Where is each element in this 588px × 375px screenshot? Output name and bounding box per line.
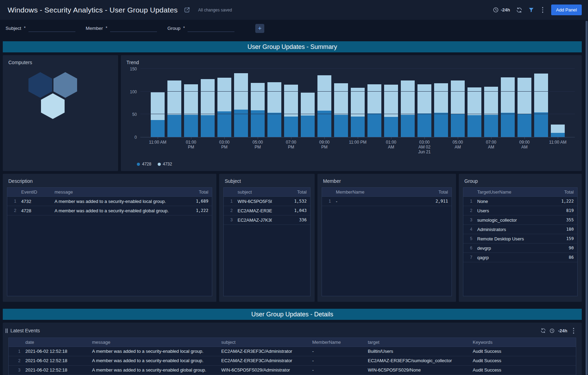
filter-group-input[interactable] [188,25,234,32]
table-row[interactable]: 1WIN-6C5PO5FS029/Administrator1,532 [224,197,310,206]
honeycomb-cell-1[interactable] [28,72,52,98]
column-header[interactable]: subject [234,189,272,195]
filter-subject-input[interactable] [28,25,75,32]
legend-item[interactable]: 4732 [158,162,172,167]
trend-bar[interactable] [184,84,198,137]
panel-clock-icon[interactable] [549,328,555,333]
time-range-button[interactable]: -24h [493,7,510,13]
column-header[interactable]: TargetUserName [474,189,539,195]
honeycomb-cell-2[interactable] [53,72,77,98]
table-row[interactable]: 24728A member was added to a security-en… [7,206,212,215]
trend-bar[interactable] [167,80,181,137]
table-row[interactable]: 12021-06-02 12:52:18A member was added t… [9,347,576,356]
table-row[interactable]: 2Users819 [463,206,577,215]
column-header[interactable]: Total [413,189,452,195]
trend-bar[interactable] [267,82,281,137]
table-row[interactable]: 32021-06-02 12:52:18A member was added t… [9,366,576,375]
cell: 1,043 [272,208,310,213]
trend-bar[interactable] [417,84,431,137]
table-row[interactable]: 3sumologic_collector355 [463,215,577,225]
cell: 336 [272,218,310,222]
trend-bar[interactable] [384,85,398,137]
cell: qagrp [474,255,539,260]
trend-bar[interactable] [467,87,481,137]
column-header[interactable]: message [51,189,174,195]
trend-bar[interactable] [217,78,231,137]
bar-segment-4728 [184,115,198,137]
cell: A member was added to a security-enabled… [89,367,218,373]
table-row[interactable]: 7qagrp86 [463,253,577,262]
filter-subject: Subject * [6,25,75,32]
trend-bar[interactable] [484,87,498,137]
table-header-row: subjectTotal [224,188,310,197]
x-tick-label: 03:00PM [219,140,230,150]
table-row[interactable]: 1-2,911 [322,197,452,206]
bar-segment-4728 [401,115,415,137]
cell: - [332,199,413,204]
trend-bar[interactable] [534,74,548,137]
bar-segment-4728 [284,117,298,137]
column-header[interactable]: target [364,340,469,345]
column-header[interactable]: date [22,340,89,345]
column-header[interactable]: EventID [18,189,51,195]
honeycomb-cell-3[interactable] [41,93,65,119]
column-header[interactable]: Total [174,189,212,195]
table-row[interactable]: 6devgrp90 [463,244,577,253]
trend-bar[interactable] [301,93,315,137]
drag-handle-icon[interactable] [6,329,8,333]
latest-events-panel: Latest Events -24h datemessagesubjectMem… [3,323,582,375]
more-options-icon[interactable] [540,6,546,14]
bar-segment-4728 [267,113,281,137]
refresh-icon[interactable] [516,7,522,13]
share-export-icon[interactable] [184,7,190,13]
column-header[interactable]: MemberName [309,340,364,345]
row-number: 5 [463,236,474,241]
panel-refresh-icon[interactable] [540,328,546,333]
table-row[interactable]: 14732A member was added to a security-en… [7,197,212,206]
cell: - [309,358,364,363]
cell: devgrp [474,246,539,251]
trend-bar[interactable] [367,84,381,137]
table-row[interactable]: 2EC2AMAZ-ER3EF3C/Administrator1,043 [224,206,310,215]
trend-bar[interactable] [284,85,298,137]
gridline [140,114,575,114]
trend-bar[interactable] [151,92,165,137]
vertical-scrollbar[interactable] [586,21,588,375]
column-header[interactable]: subject [218,340,309,345]
table-row[interactable]: 5Remote Desktop Users159 [463,234,577,244]
column-header[interactable]: MemberName [332,189,413,195]
scrollbar-thumb[interactable] [586,21,588,375]
trend-bar[interactable] [317,75,331,137]
column-header[interactable]: Total [539,189,577,195]
gridline [140,68,575,69]
trend-bar[interactable] [401,80,415,137]
table-row[interactable]: 3EC2AMAZ-J7K308I/Administrator336 [224,215,310,225]
row-number: 4 [463,227,474,232]
trend-bar[interactable] [201,79,215,137]
add-filter-button[interactable]: + [255,24,264,33]
panel-more-options-icon[interactable] [571,327,577,334]
trend-panel-title: Trend [121,55,582,65]
filter-icon[interactable] [528,7,534,13]
clock-icon [493,7,499,13]
trend-bar[interactable] [517,78,531,137]
cell: 819 [539,208,577,213]
add-panel-button[interactable]: Add Panel [551,5,582,15]
column-header[interactable]: Total [272,189,310,195]
trend-bar[interactable] [234,73,248,137]
legend-item[interactable]: 4728 [137,162,151,167]
filter-bar: Subject * Member * Group * + [0,20,588,37]
table-row[interactable]: 22021-06-02 12:52:18A member was added t… [9,356,576,366]
trend-bar[interactable] [451,80,465,137]
bar-segment-4728 [167,115,181,137]
column-header[interactable]: Keywords [469,340,576,345]
trend-bar[interactable] [351,88,365,137]
table-row[interactable]: 1None1,222 [463,197,577,206]
bar-segment-4732 [384,85,398,117]
trend-bar[interactable] [501,77,515,137]
trend-bar[interactable] [551,125,565,137]
x-tick-mark [491,137,491,139]
column-header[interactable]: message [89,340,218,345]
filter-member-input[interactable] [110,25,157,32]
table-row[interactable]: 4Administrators180 [463,225,577,234]
